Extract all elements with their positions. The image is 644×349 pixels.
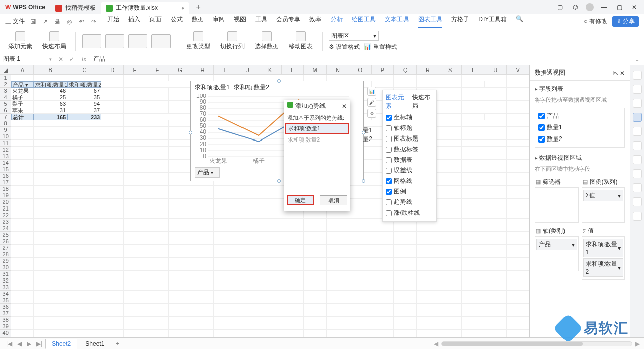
cell[interactable] (11, 205, 34, 212)
cell[interactable] (169, 212, 191, 219)
cell[interactable] (507, 179, 529, 186)
cell[interactable] (101, 310, 124, 317)
cell[interactable] (67, 212, 101, 219)
cell[interactable] (169, 192, 191, 199)
cell[interactable] (214, 330, 236, 336)
cell[interactable] (34, 179, 67, 186)
cell[interactable] (67, 297, 101, 304)
new-tab-button[interactable]: + (192, 3, 204, 12)
cell[interactable] (259, 277, 282, 284)
sheet-nav-last[interactable]: ▶| (34, 340, 44, 347)
cell[interactable] (327, 258, 349, 264)
cell[interactable] (214, 271, 236, 277)
cell[interactable] (462, 323, 485, 330)
cell[interactable] (191, 212, 214, 219)
cell[interactable] (484, 251, 507, 258)
cell[interactable] (236, 199, 259, 205)
cell[interactable] (34, 291, 67, 297)
cell[interactable]: 233 (67, 114, 101, 120)
row-12[interactable]: 12 (0, 147, 11, 153)
resize-handle-e[interactable] (362, 131, 365, 134)
sidetool-8[interactable] (633, 169, 642, 178)
cell[interactable] (417, 232, 439, 238)
cell[interactable] (169, 245, 191, 251)
row-14[interactable]: 14 (0, 160, 11, 166)
cell[interactable] (169, 323, 191, 330)
cell[interactable] (349, 219, 372, 225)
cell[interactable] (349, 323, 372, 330)
cell[interactable] (34, 133, 67, 140)
cell[interactable] (34, 75, 67, 81)
cell[interactable] (169, 147, 191, 153)
col-Q[interactable]: Q (394, 65, 417, 75)
cell[interactable] (484, 205, 507, 212)
cell[interactable] (394, 264, 417, 271)
cell[interactable] (67, 160, 101, 166)
cell[interactable] (485, 114, 507, 120)
cell[interactable] (259, 291, 282, 297)
formula-input[interactable]: 产品 (90, 55, 631, 63)
hscrollbar[interactable] (441, 341, 632, 346)
cell[interactable] (349, 317, 372, 323)
cell[interactable] (507, 317, 529, 323)
cell[interactable] (484, 120, 507, 127)
chart-style-2[interactable] (105, 34, 124, 48)
cell[interactable] (124, 107, 146, 114)
value-chip-1[interactable]: 求和项:数量1▾ (583, 239, 624, 257)
cell[interactable] (124, 291, 146, 297)
cell[interactable] (327, 219, 349, 225)
cell[interactable] (214, 258, 236, 264)
cell[interactable] (67, 245, 101, 251)
cell[interactable] (484, 330, 507, 336)
cell[interactable] (67, 232, 101, 238)
move-chart-button[interactable]: 移动图表 (286, 30, 316, 52)
cell[interactable] (34, 186, 67, 192)
cell[interactable] (214, 284, 236, 291)
select-data-button[interactable]: 选择数据 (252, 30, 282, 52)
cell[interactable] (11, 317, 34, 323)
cell[interactable] (124, 179, 146, 186)
cell[interactable] (169, 251, 191, 258)
cell[interactable] (169, 205, 191, 212)
cell[interactable] (34, 258, 67, 264)
cell[interactable] (67, 199, 101, 205)
cell[interactable] (101, 271, 124, 277)
cell[interactable] (124, 212, 146, 219)
row-17[interactable]: 17 (0, 179, 11, 186)
cell[interactable] (484, 225, 507, 232)
cell[interactable] (484, 173, 507, 179)
cell[interactable] (169, 238, 191, 245)
cell[interactable] (484, 186, 507, 192)
cell[interactable] (462, 219, 485, 225)
cell[interactable] (124, 199, 146, 205)
cell[interactable] (146, 291, 169, 297)
share-button[interactable]: ⇪ 分享 (612, 16, 639, 27)
cell[interactable] (371, 238, 394, 245)
cell[interactable] (439, 140, 462, 147)
cell[interactable]: 31 (34, 107, 67, 114)
cell[interactable] (236, 271, 259, 277)
cell[interactable] (34, 232, 67, 238)
cell[interactable] (507, 94, 529, 101)
cell[interactable] (146, 238, 169, 245)
cell[interactable] (281, 232, 304, 238)
cell[interactable] (169, 133, 191, 140)
cell[interactable] (214, 264, 236, 271)
cell[interactable] (101, 232, 124, 238)
cell[interactable] (349, 225, 372, 232)
cell[interactable] (236, 219, 259, 225)
tab-docking[interactable]: 找稻壳模板 (50, 2, 101, 14)
cell[interactable]: 37 (67, 107, 101, 114)
cell[interactable] (101, 179, 124, 186)
cell[interactable] (304, 212, 327, 219)
cell[interactable] (462, 186, 485, 192)
set-format-button[interactable]: ⚙ 设置格式 (329, 43, 360, 51)
cell[interactable] (124, 192, 146, 199)
sidetool-3[interactable] (633, 99, 642, 108)
cell[interactable] (146, 205, 169, 212)
field-qty2[interactable]: 数量2 (537, 133, 622, 145)
cell[interactable] (327, 310, 349, 317)
cell[interactable] (327, 336, 349, 337)
cell[interactable] (11, 297, 34, 304)
cell[interactable] (371, 225, 394, 232)
